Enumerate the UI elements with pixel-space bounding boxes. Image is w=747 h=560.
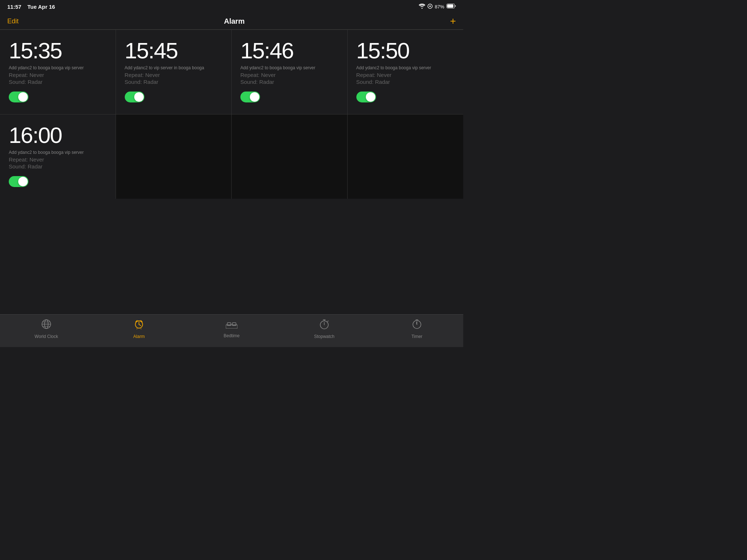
edit-button[interactable]: Edit — [7, 18, 19, 25]
svg-line-15 — [141, 328, 141, 329]
svg-rect-17 — [227, 323, 231, 326]
status-time: 11:57 — [7, 4, 21, 10]
alarm-toggle-wrap-3 — [240, 92, 338, 104]
alarm-toggle-wrap-4 — [356, 92, 455, 104]
tab-alarm-label: Alarm — [133, 334, 144, 339]
alarm-sound-5: Sound: Radar — [9, 163, 107, 170]
wifi-icon — [419, 4, 425, 10]
add-alarm-button[interactable]: + — [450, 16, 456, 26]
toggle-knob-4 — [366, 92, 375, 102]
alarm-sound-1: Sound: Radar — [9, 79, 107, 85]
svg-point-1 — [429, 5, 431, 7]
toggle-knob-5 — [18, 177, 28, 186]
alarm-label-2: Add ydanc2 to vip server in booga booga — [125, 65, 223, 70]
alarm-card-2[interactable]: 15:45 Add ydanc2 to vip server in booga … — [116, 30, 232, 114]
alarm-toggle-4[interactable] — [356, 92, 376, 102]
battery-icon — [446, 4, 456, 9]
alarm-toggle-wrap-2 — [125, 92, 223, 104]
alarm-sound-4: Sound: Radar — [356, 79, 455, 85]
bedtime-icon — [226, 320, 237, 331]
alarm-grid-row2: 16:00 Add ydanc2 to booga booga vip serv… — [0, 114, 463, 199]
alarm-label-3: Add ydanc2 to booga booga vip server — [240, 65, 338, 70]
alarm-repeat-4: Repeat: Never — [356, 72, 455, 78]
status-bar: 11:57 Tue Apr 16 87% — [0, 0, 463, 13]
alarm-repeat-1: Repeat: Never — [9, 72, 107, 78]
alarm-grid-row1: 15:35 Add ydanc2 to booga booga vip serv… — [0, 30, 463, 114]
alarm-card-5[interactable]: 16:00 Add ydanc2 to booga booga vip serv… — [0, 114, 116, 199]
tab-bar: World Clock Alarm Bedtime — [0, 314, 463, 347]
svg-rect-18 — [232, 323, 236, 326]
main-content: 15:35 Add ydanc2 to booga booga vip serv… — [0, 30, 463, 310]
alarm-empty-1 — [116, 114, 232, 199]
toggle-knob-1 — [18, 92, 28, 102]
alarm-tab-icon — [134, 319, 144, 332]
alarm-time-3: 15:46 — [240, 39, 338, 62]
alarm-toggle-1[interactable] — [9, 92, 28, 102]
tab-timer-label: Timer — [411, 334, 422, 339]
battery-percent: 87% — [435, 4, 444, 9]
status-date: Tue Apr 16 — [27, 4, 55, 10]
alarm-time-2: 15:45 — [125, 39, 223, 62]
alarm-card-4[interactable]: 15:50 Add ydanc2 to booga booga vip serv… — [348, 30, 464, 114]
alarm-label-1: Add ydanc2 to booga booga vip server — [9, 65, 107, 70]
tab-alarm[interactable]: Alarm — [93, 319, 185, 339]
alarm-toggle-wrap-5 — [9, 176, 107, 188]
tab-timer[interactable]: Timer — [371, 319, 463, 339]
tab-world-clock-label: World Clock — [35, 334, 58, 339]
alarm-repeat-3: Repeat: Never — [240, 72, 338, 78]
tab-world-clock[interactable]: World Clock — [0, 319, 93, 339]
alarm-toggle-3[interactable] — [240, 92, 260, 102]
alarm-time-1: 15:35 — [9, 39, 107, 62]
alarm-card-1[interactable]: 15:35 Add ydanc2 to booga booga vip serv… — [0, 30, 116, 114]
alarm-repeat-2: Repeat: Never — [125, 72, 223, 78]
svg-rect-3 — [447, 4, 453, 8]
status-time-date: 11:57 Tue Apr 16 — [7, 4, 55, 10]
alarm-empty-2 — [232, 114, 348, 199]
alarm-card-3[interactable]: 15:46 Add ydanc2 to booga booga vip serv… — [232, 30, 348, 114]
alarm-sound-3: Sound: Radar — [240, 79, 338, 85]
alarm-repeat-5: Repeat: Never — [9, 156, 107, 163]
tab-stopwatch[interactable]: Stopwatch — [278, 319, 371, 339]
svg-line-23 — [328, 321, 328, 322]
alarm-label-5: Add ydanc2 to booga booga vip server — [9, 150, 107, 155]
alarm-bell-icon — [427, 4, 433, 10]
alarm-toggle-2[interactable] — [125, 92, 144, 102]
timer-icon — [412, 319, 422, 332]
alarm-time-5: 16:00 — [9, 123, 107, 147]
status-right-icons: 87% — [419, 4, 456, 10]
alarm-sound-2: Sound: Radar — [125, 79, 223, 85]
tab-bedtime[interactable]: Bedtime — [185, 320, 278, 338]
alarm-label-4: Add ydanc2 to booga booga vip server — [356, 65, 455, 70]
alarm-time-4: 15:50 — [356, 39, 455, 62]
tab-stopwatch-label: Stopwatch — [314, 334, 334, 339]
stopwatch-icon — [320, 319, 329, 332]
nav-bar: Edit Alarm + — [0, 13, 463, 30]
svg-line-14 — [137, 328, 137, 329]
alarm-toggle-wrap-1 — [9, 92, 107, 104]
toggle-knob-3 — [250, 92, 259, 102]
world-clock-icon — [41, 319, 51, 332]
alarm-toggle-5[interactable] — [9, 176, 28, 187]
toggle-knob-2 — [134, 92, 144, 102]
tab-bedtime-label: Bedtime — [224, 333, 240, 338]
svg-line-11 — [139, 324, 141, 326]
page-title: Alarm — [224, 17, 245, 26]
alarm-empty-3 — [348, 114, 464, 199]
